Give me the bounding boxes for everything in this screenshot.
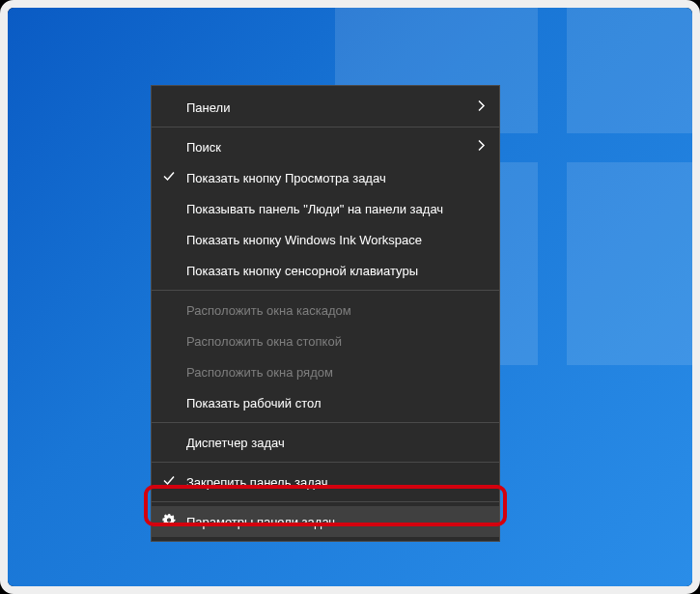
menu-label: Показывать панель "Люди" на панели задач [186, 202, 443, 216]
svg-point-10 [167, 518, 171, 522]
logo-pane [567, 162, 692, 365]
menu-label: Расположить окна каскадом [186, 303, 351, 318]
menu-item-show-taskview[interactable]: Показать кнопку Просмотра задач [152, 162, 499, 193]
check-icon [163, 475, 175, 490]
menu-separator [152, 422, 499, 423]
menu-item-search[interactable]: Поиск [152, 131, 499, 162]
taskbar-context-menu: Панели Поиск Показать кнопку Просмотра з… [151, 85, 500, 542]
logo-pane [567, 8, 692, 133]
menu-separator [152, 462, 499, 463]
chevron-right-icon [478, 140, 486, 155]
menu-label: Показать кнопку сенсорной клавиатуры [186, 264, 418, 278]
menu-item-show-desktop[interactable]: Показать рабочий стол [152, 387, 499, 418]
menu-item-lock-taskbar[interactable]: Закрепить панель задач [152, 467, 499, 497]
menu-label: Показать рабочий стол [186, 396, 321, 410]
gear-icon [162, 514, 176, 530]
menu-separator [152, 501, 499, 502]
menu-label: Расположить окна рядом [186, 365, 333, 380]
chevron-right-icon [478, 100, 486, 115]
menu-separator [152, 127, 499, 127]
menu-label: Параметры панели задач [186, 515, 335, 529]
menu-item-people-bar[interactable]: Показывать панель "Люди" на панели задач [152, 193, 499, 224]
menu-item-panels[interactable]: Панели [152, 92, 499, 123]
menu-item-task-manager[interactable]: Диспетчер задач [152, 427, 499, 458]
menu-item-ink-workspace[interactable]: Показать кнопку Windows Ink Workspace [152, 224, 499, 255]
menu-label: Показать кнопку Просмотра задач [186, 171, 386, 185]
menu-label: Расположить окна стопкой [186, 334, 342, 349]
menu-label: Показать кнопку Windows Ink Workspace [186, 233, 422, 247]
menu-item-stacked: Расположить окна стопкой [152, 325, 499, 356]
menu-label: Поиск [186, 140, 221, 155]
menu-item-side-by-side: Расположить окна рядом [152, 356, 499, 387]
menu-item-taskbar-settings[interactable]: Параметры панели задач [152, 506, 499, 537]
menu-item-cascade: Расположить окна каскадом [152, 295, 499, 325]
menu-item-touch-keyboard[interactable]: Показать кнопку сенсорной клавиатуры [152, 255, 499, 286]
menu-label: Панели [186, 100, 230, 115]
menu-label: Диспетчер задач [186, 436, 285, 450]
check-icon [163, 171, 175, 185]
menu-label: Закрепить панель задач [186, 475, 328, 490]
screenshot-frame: Панели Поиск Показать кнопку Просмотра з… [0, 0, 700, 594]
menu-separator [152, 290, 499, 291]
